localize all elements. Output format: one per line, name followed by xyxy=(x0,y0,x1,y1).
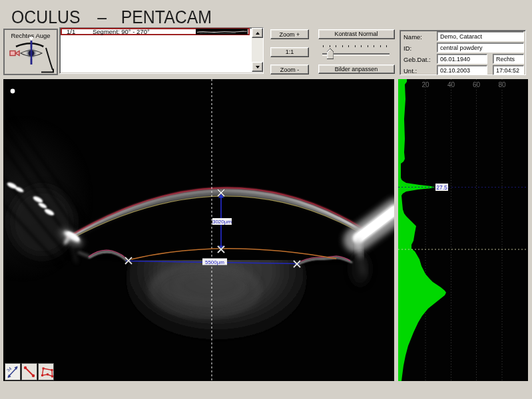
svg-text:40: 40 xyxy=(447,81,455,88)
svg-text:27.5: 27.5 xyxy=(436,184,447,191)
svg-text:3020µm: 3020µm xyxy=(212,219,232,225)
svg-text:34: 34 xyxy=(5,366,12,372)
svg-text:80: 80 xyxy=(498,81,506,88)
svg-text:5500µm: 5500µm xyxy=(205,259,224,265)
svg-text:60: 60 xyxy=(473,81,481,88)
svg-text:20: 20 xyxy=(421,81,429,88)
